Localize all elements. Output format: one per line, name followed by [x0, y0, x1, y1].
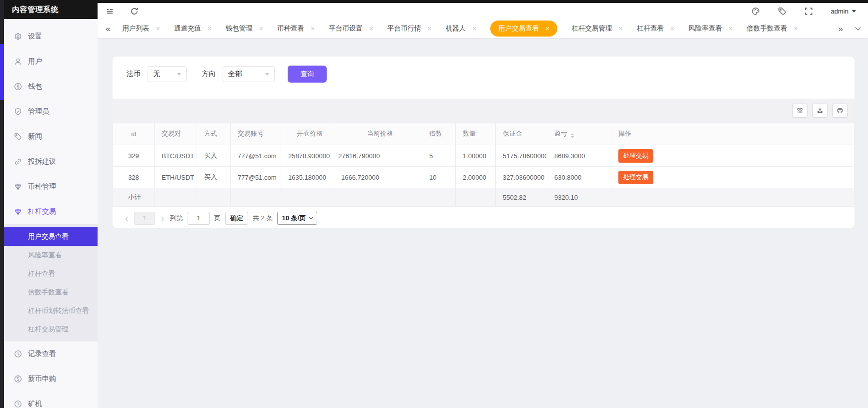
tabs-scroll-left-button[interactable] — [106, 25, 110, 33]
tabs-dropdown-button[interactable] — [855, 25, 860, 30]
col-current-price: 当前价格 — [331, 123, 422, 145]
process-trade-button[interactable]: 处理交易 — [618, 149, 653, 163]
cell-side: 买入 — [197, 167, 231, 188]
confirm-button[interactable]: 确定 — [225, 212, 248, 225]
table-header-row: id 交易对 方式 交易账号 开仓价格 当前价格 倍数 数量 保证金 盈亏 操作 — [113, 123, 854, 145]
column-settings-button[interactable] — [792, 104, 807, 118]
close-icon[interactable] — [259, 25, 263, 32]
sidebar-collapse-button[interactable] — [106, 7, 114, 16]
tab-platform-coin-settings[interactable]: 平台币设置 — [329, 24, 373, 33]
sort-icon[interactable] — [571, 133, 574, 138]
sidebar-item-label: 管理员 — [28, 107, 49, 116]
tab-multiple-fee-view[interactable]: 倍数手数查看 — [747, 24, 798, 33]
direction-select[interactable]: 全部 — [223, 66, 275, 82]
sidebar-item-users[interactable]: 用户 — [4, 49, 98, 74]
goto-page-input[interactable] — [188, 212, 210, 225]
close-icon[interactable] — [728, 25, 732, 32]
tabs-scroll-right-button[interactable] — [838, 25, 843, 33]
gem-icon — [14, 183, 22, 191]
sidebar-item-label: 记录查看 — [28, 349, 56, 358]
link-icon — [14, 158, 22, 166]
topbar-right: admin — [751, 7, 856, 16]
process-trade-button[interactable]: 处理交易 — [618, 171, 653, 184]
tab-leverage-view[interactable]: 杠杆查看 — [637, 24, 674, 33]
sidebar-item-admin[interactable]: 管理员 — [4, 99, 98, 124]
sidebar-item-feedback[interactable]: 投拆建议 — [4, 149, 98, 174]
export-button[interactable] — [812, 104, 827, 118]
sidebar-nav: 设置 用户 钱包 管理员 新闻 投拆建议 — [4, 19, 98, 408]
cell-action: 处理交易 — [611, 145, 854, 167]
close-icon[interactable] — [208, 25, 212, 32]
tab-platform-coin-market[interactable]: 平台币行情 — [387, 24, 432, 33]
tab-label: 倍数手数查看 — [747, 24, 787, 33]
theme-button[interactable] — [751, 7, 760, 16]
search-button[interactable]: 查询 — [288, 66, 327, 83]
tab-label: 杠杆交易管理 — [571, 24, 612, 33]
close-icon[interactable] — [311, 25, 315, 32]
tag-button[interactable] — [778, 7, 786, 16]
expand-icon — [804, 7, 813, 16]
sidebar-item-label: 新闻 — [28, 132, 42, 141]
topbar: admin — [98, 3, 868, 19]
col-open-price: 开仓价格 — [281, 123, 331, 145]
next-page-button[interactable] — [160, 214, 166, 223]
sidebar-subitem-multiple-fee-view[interactable]: 倍数手数查看 — [4, 283, 98, 301]
user-menu[interactable]: admin — [831, 8, 856, 15]
total-count: 共 2 条 — [253, 214, 273, 223]
sidebar-item-wallet[interactable]: 钱包 — [4, 74, 98, 99]
tab-label: 用户交易查看 — [498, 24, 539, 33]
sidebar-item-settings[interactable]: 设置 — [4, 24, 98, 49]
sidebar-subitem-risk-rate-view[interactable]: 风险率查看 — [4, 246, 98, 264]
col-margin: 保证金 — [496, 123, 547, 145]
app-title: 内容管理系统 — [4, 0, 98, 19]
current-page[interactable]: 1 — [134, 212, 155, 225]
sidebar-item-news[interactable]: 新闻 — [4, 124, 98, 149]
sidebar-subitem-user-trade-view[interactable]: 用户交易查看 — [4, 227, 98, 246]
tab-label: 币种查看 — [277, 24, 304, 33]
close-icon[interactable] — [545, 25, 549, 32]
tab-coin-view[interactable]: 币种查看 — [277, 24, 315, 33]
close-icon[interactable] — [369, 25, 373, 32]
sidebar-subitem-leverage-view[interactable]: 杠杆查看 — [4, 264, 98, 283]
tab-label: 平台币设置 — [329, 24, 363, 33]
sidebar-item-coin-management[interactable]: 币种管理 — [4, 174, 98, 199]
close-icon[interactable] — [156, 25, 160, 32]
tab-channel-recharge[interactable]: 通道充值 — [174, 24, 212, 33]
refresh-button[interactable] — [130, 7, 139, 16]
cell-action: 处理交易 — [611, 167, 854, 188]
print-button[interactable] — [832, 104, 847, 118]
fullscreen-button[interactable] — [804, 7, 813, 16]
subtotal-empty — [197, 188, 231, 207]
close-icon[interactable] — [472, 25, 476, 32]
sidebar-item-label: 矿机 — [28, 399, 42, 408]
tab-wallet-management[interactable]: 钱包管理 — [226, 24, 263, 33]
tab-user-list[interactable]: 用户列表 — [122, 24, 160, 33]
close-icon[interactable] — [427, 25, 431, 32]
sidebar-subitem-leverage-fiat-transfer-view[interactable]: 杠杆币划转法币查看 — [4, 301, 98, 320]
col-action: 操作 — [611, 123, 854, 145]
sidebar-item-records[interactable]: 记录查看 — [4, 341, 98, 366]
tab-robot[interactable]: 机器人 — [446, 24, 477, 33]
scrollbar-thumb[interactable] — [0, 44, 4, 100]
page-size-select[interactable]: 10 条/页 — [277, 212, 317, 225]
sidebar-item-new-coin-subscribe[interactable]: 新币申购 — [4, 366, 98, 391]
col-pnl[interactable]: 盈亏 — [547, 123, 611, 145]
close-icon[interactable] — [794, 25, 798, 32]
fiat-select[interactable]: 无 — [148, 66, 187, 82]
tab-user-trade-view[interactable]: 用户交易查看 — [490, 21, 557, 37]
username: admin — [831, 8, 848, 15]
sidebar-item-miner[interactable]: 矿机 — [4, 391, 98, 408]
tabs: 用户列表 通道充值 钱包管理 币种查看 平台币设置 平台币行情 机器人 用户交易… — [122, 21, 829, 37]
subtotal-margin: 5502.82 — [496, 188, 547, 207]
tab-leverage-trade-management[interactable]: 杠杆交易管理 — [571, 24, 622, 33]
tab-label: 机器人 — [446, 24, 466, 33]
sidebar-item-leverage-trade[interactable]: 杠杆交易 — [4, 199, 98, 224]
close-icon[interactable] — [618, 25, 622, 32]
prev-page-button[interactable] — [124, 214, 130, 223]
gear-icon — [14, 33, 22, 41]
tag-icon — [778, 7, 786, 16]
sidebar-subitem-leverage-trade-management[interactable]: 杠杆交易管理 — [4, 320, 98, 338]
close-icon[interactable] — [670, 25, 674, 32]
tab-risk-rate-view[interactable]: 风险率查看 — [688, 24, 733, 33]
tab-label: 通道充值 — [174, 24, 201, 33]
